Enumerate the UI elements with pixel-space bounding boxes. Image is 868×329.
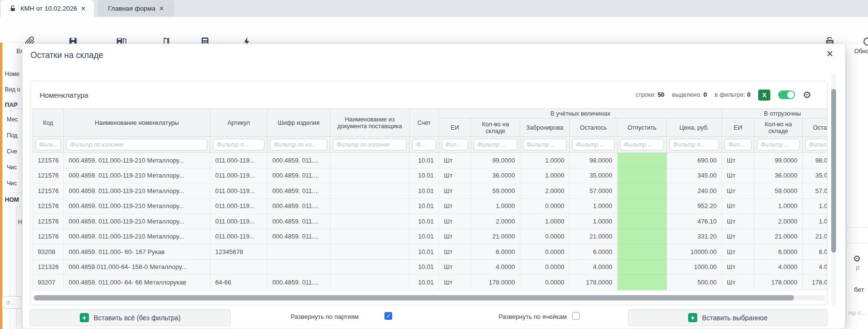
column-header-2[interactable]: Артикул [210, 109, 267, 137]
column-header-11[interactable]: Цена, руб. [667, 119, 722, 137]
cell-r3-c13[interactable]: Шт [722, 183, 754, 199]
cell-r9-c10[interactable]: 178.0000 [570, 275, 618, 290]
cell-r1-c4[interactable]: 000.4859. 011.... [267, 153, 330, 168]
cell-r8-c4[interactable] [267, 259, 330, 275]
expand-cells-checkbox[interactable] [572, 312, 580, 320]
cell-r1-c12[interactable]: 690.00 [667, 153, 722, 168]
table-row[interactable]: 121326000.4859.011.000-64- 158-0 Металло… [33, 259, 827, 275]
filter-input-5[interactable] [412, 139, 436, 150]
filter-input-14[interactable] [805, 139, 827, 150]
cell-r6-c10[interactable]: 21.0000 [570, 229, 618, 244]
filter-toggle[interactable] [778, 90, 795, 99]
horizontal-scrollbar-thumb[interactable] [34, 295, 794, 300]
cell-r8-c10[interactable]: 4.0000 [570, 259, 618, 275]
cell-r7-c7[interactable]: Шт [439, 244, 471, 260]
cell-r7-c6[interactable]: 10.01 [410, 244, 439, 260]
cell-r1-c10[interactable]: 98.0000 [570, 153, 618, 168]
column-header-14[interactable]: Остато [803, 119, 827, 137]
cell-r1-c7[interactable]: Шт [439, 153, 471, 168]
cell-r7-c3[interactable]: 12345678 [210, 244, 267, 260]
cell-r6-c11[interactable] [618, 229, 667, 244]
cell-r5-c3[interactable]: 011.000-119... [210, 214, 267, 229]
cell-r3-c1[interactable]: 121576 [33, 183, 64, 199]
cell-r9-c14[interactable]: 178.0000 [754, 275, 803, 290]
settings-gear-icon[interactable]: ⚙ [803, 90, 811, 100]
cell-r3-c15[interactable]: 57.0000 [803, 183, 827, 199]
cell-r8-c11[interactable] [618, 259, 667, 275]
cell-r2-c13[interactable]: Шт [722, 168, 754, 183]
insert-all-button[interactable]: + Вставить всё (без фильтра) [29, 309, 231, 326]
cell-r9-c7[interactable]: Шт [439, 275, 471, 290]
column-header-1[interactable]: Наименование номенклатуры [64, 109, 210, 137]
column-header-6[interactable]: ЕИ [439, 119, 471, 137]
filter-input-13[interactable] [757, 139, 800, 150]
filter-input-8[interactable] [523, 139, 567, 150]
cell-r6-c4[interactable]: 000.4859. 011.... [267, 229, 330, 244]
filter-input-4[interactable] [333, 139, 407, 150]
cell-r3-c7[interactable]: Шт [439, 183, 471, 199]
cell-r7-c9[interactable]: 0.0000 [520, 244, 570, 260]
cell-r8-c9[interactable]: 0.0000 [520, 259, 570, 275]
cell-r3-c10[interactable]: 57.0000 [570, 183, 618, 199]
cell-r5-c9[interactable]: 1.0000 [520, 214, 570, 229]
cell-r7-c5[interactable] [330, 244, 410, 260]
cell-r7-c4[interactable] [267, 244, 330, 260]
cell-r5-c1[interactable]: 121576 [33, 214, 64, 229]
column-header-3[interactable]: Шифр изделия [267, 109, 330, 137]
cell-r1-c5[interactable] [330, 153, 410, 168]
cell-r2-c1[interactable]: 121576 [33, 168, 64, 183]
cell-r2-c12[interactable]: 345.00 [667, 168, 722, 183]
cell-r6-c14[interactable]: 21.0000 [754, 229, 803, 244]
cell-r4-c14[interactable]: 1.0000 [754, 198, 803, 214]
cell-r6-c12[interactable]: 331.20 [667, 229, 722, 244]
cell-r1-c15[interactable]: 98.0000 [803, 153, 827, 168]
column-header-9[interactable]: Осталось [570, 119, 618, 137]
cell-r7-c1[interactable]: 93208 [33, 244, 64, 260]
filter-input-11[interactable] [669, 139, 719, 150]
cell-r7-c11[interactable] [618, 244, 667, 260]
toolbar-button-refresh[interactable]: Обновить [845, 36, 868, 55]
cell-r6-c3[interactable]: 011.000-119... [210, 229, 267, 244]
cell-r8-c3[interactable] [210, 259, 267, 275]
cell-r1-c6[interactable]: 10.01 [410, 153, 439, 168]
cell-r9-c13[interactable]: Шт [722, 275, 754, 290]
filter-input-2[interactable] [213, 139, 265, 150]
insert-selected-button[interactable]: + Вставить выбранное [628, 309, 827, 326]
cell-r9-c1[interactable]: 93207 [33, 275, 64, 290]
column-header-4[interactable]: Наименование из документа поставщика [330, 109, 410, 137]
cell-r5-c4[interactable]: 000.4859. 011.... [267, 214, 330, 229]
column-header-0[interactable]: Код [33, 109, 64, 137]
cell-r9-c2[interactable]: 000.4859. 011.000- 64- 66 Металлорукав [64, 275, 210, 290]
filter-input-1[interactable] [66, 139, 207, 150]
cell-r8-c7[interactable]: Шт [439, 259, 471, 275]
cell-r8-c6[interactable]: 10.01 [410, 259, 439, 275]
cell-r9-c5[interactable] [330, 275, 410, 290]
column-header-8[interactable]: Забронирова [520, 119, 570, 137]
cell-r3-c9[interactable]: 2.0000 [520, 183, 570, 199]
filter-input-3[interactable] [270, 139, 327, 150]
filter-input-10[interactable] [620, 139, 664, 150]
background-filter-input-fragment[interactable]: Ф... [2, 296, 23, 309]
cell-r3-c8[interactable]: 59.0000 [471, 183, 520, 199]
table-row[interactable]: 121576000.4859. 011.000-119-210 Металлор… [33, 229, 827, 244]
cell-r6-c2[interactable]: 000.4859. 011.000-119-210 Металлору... [64, 229, 210, 244]
table-row[interactable]: 121576000.4859. 011.000-119-210 Металлор… [33, 183, 827, 199]
cell-r7-c15[interactable]: 6.0000 [803, 244, 827, 260]
cell-r9-c15[interactable]: 178.0000 [803, 275, 827, 290]
cell-r1-c9[interactable]: 1.0000 [520, 153, 570, 168]
cell-r7-c12[interactable]: 10000.00 [667, 244, 722, 260]
cell-r9-c8[interactable]: 178.0000 [471, 275, 520, 290]
cell-r1-c13[interactable]: Шт [722, 153, 754, 168]
filter-input-12[interactable] [724, 139, 751, 150]
cell-r5-c2[interactable]: 000.4859. 011.000-119-210 Металлору... [64, 214, 210, 229]
table-row[interactable]: 121576000.4859. 011.000-119-210 Металлор… [33, 168, 827, 183]
dialog-close-icon[interactable]: × [826, 47, 833, 60]
cell-r8-c13[interactable]: Шт [722, 259, 754, 275]
cell-r8-c2[interactable]: 000.4859.011.000-64- 158-0 Металлору... [64, 259, 210, 275]
cell-r7-c13[interactable]: Шт [722, 244, 754, 260]
cell-r4-c1[interactable]: 121576 [33, 198, 64, 214]
column-header-7[interactable]: Кол-во на складе [471, 119, 520, 137]
cell-r6-c5[interactable] [330, 229, 410, 244]
cell-r6-c9[interactable]: 0.0000 [520, 229, 570, 244]
cell-r2-c14[interactable]: 36.0000 [754, 168, 803, 183]
